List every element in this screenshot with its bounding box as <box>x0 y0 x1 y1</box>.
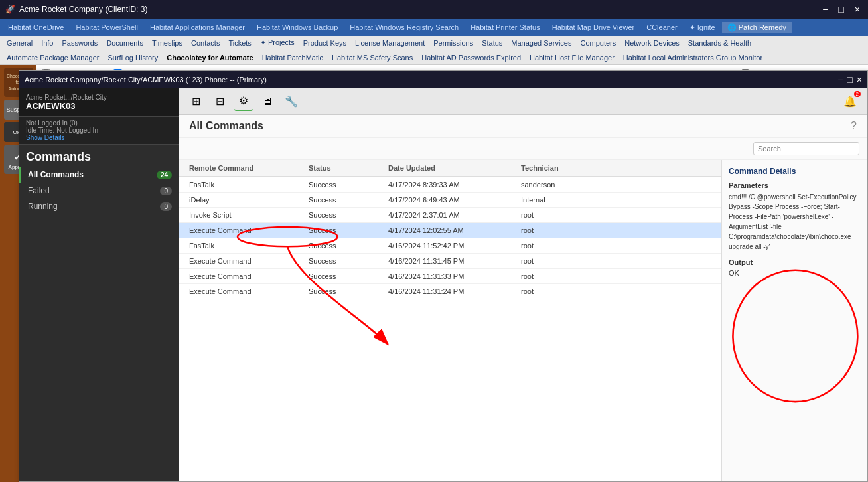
nav-tab-ms-safety[interactable]: Habitat MS Safety Scans <box>328 52 417 63</box>
command-row[interactable]: Execute Command Success 4/16/2024 11:31:… <box>179 284 721 299</box>
nav-all-commands[interactable]: All Commands 24 <box>19 167 179 183</box>
dialog-toolbar: ⊞ ⊟ ⚙ 🖥 🔧 🔔 2 <box>179 88 867 115</box>
cmd-technician: root <box>521 242 601 250</box>
command-row[interactable]: iDelay Success 4/17/2024 6:49:43 AM Inte… <box>179 193 721 208</box>
nav-tab-general[interactable]: General <box>3 38 36 48</box>
nav-tab-product-keys[interactable]: Product Keys <box>299 38 350 48</box>
commands-header: Commands <box>19 145 179 167</box>
monitor-icon: 🖥 <box>262 96 273 108</box>
maximize-button[interactable]: □ <box>835 4 846 15</box>
nav-tab-documents[interactable]: Documents <box>102 38 147 48</box>
bell-button[interactable]: 🔔 2 <box>841 92 859 111</box>
help-icon[interactable]: ? <box>851 120 857 132</box>
command-row[interactable]: FasTalk Success 4/16/2024 11:52:42 PM ro… <box>179 238 721 254</box>
command-row[interactable]: Execute Command Success 4/16/2024 11:31:… <box>179 254 721 269</box>
parameters-label: Parameters <box>729 181 861 189</box>
cmd-date: 4/17/2024 2:37:01 AM <box>388 211 521 219</box>
cmd-status: Success <box>309 287 388 295</box>
nav-failed[interactable]: Failed 0 <box>19 183 179 199</box>
content-title: All Commands <box>189 120 263 132</box>
cmd-date: 4/16/2024 11:31:33 PM <box>388 272 521 280</box>
nav-tab-patchmatic[interactable]: Habitat PatchMatic <box>258 52 327 63</box>
grid-small-icon: ⊞ <box>192 95 200 108</box>
nav-tab-managed-services[interactable]: Managed Services <box>507 38 575 48</box>
command-row[interactable]: Execute Command Success 4/16/2024 11:31:… <box>179 269 721 284</box>
nav-tab-patch-remedy[interactable]: 🌐 Patch Remedy <box>722 22 792 33</box>
nav-tab-habitat-powershell[interactable]: Habitat PowerShell <box>70 22 143 33</box>
main-content: ChocolateyforAutomate Suspend OFF ✓ Appr… <box>0 65 868 482</box>
cmd-name: Execute Command <box>189 272 309 280</box>
nav-tab-automate-package[interactable]: Automate Package Manager <box>3 52 103 63</box>
nav-tab-habitat-printer[interactable]: Habitat Printer Status <box>465 22 545 33</box>
nav-running[interactable]: Running 0 <box>19 199 179 214</box>
dialog-restore[interactable]: □ <box>847 74 852 85</box>
nav-tab-passwords[interactable]: Passwords <box>58 38 102 48</box>
commands-section: Remote Command Status Date Updated Techn… <box>179 160 867 481</box>
bell-icon: 🔔 <box>843 95 857 108</box>
cmd-status: Success <box>309 272 388 280</box>
nav-tab-computers[interactable]: Computers <box>576 38 620 48</box>
nav-tab-timeslips[interactable]: Timeslips <box>148 38 186 48</box>
cmd-technician: root <box>521 287 601 295</box>
status-bar: Not Logged In (0) Idle Time: Not Logged … <box>19 117 179 145</box>
nav-tab-status[interactable]: Status <box>478 38 506 48</box>
dialog-left-nav: Acme Rocket.../Rocket City ACMEWK03 Not … <box>19 88 179 481</box>
dialog-minimize[interactable]: − <box>837 74 843 85</box>
nav-label-all-commands: All Commands <box>28 170 84 179</box>
nav-tab-local-admins[interactable]: Habitat Local Administrators Group Monit… <box>619 52 766 63</box>
nav-tab-host-file[interactable]: Habitat Host File Manager <box>526 52 618 63</box>
nav-tab-ccleaner[interactable]: CCleaner <box>641 22 682 33</box>
dialog-close[interactable]: × <box>857 74 862 85</box>
nav-tab-contacts[interactable]: Contacts <box>187 38 224 48</box>
nav-tab-projects[interactable]: ✦ Projects <box>256 37 299 48</box>
command-row-selected[interactable]: Execute Command Success 4/17/2024 12:02:… <box>179 223 721 238</box>
cmd-date: 4/16/2024 11:31:24 PM <box>388 287 521 295</box>
cmd-name: FasTalk <box>189 242 309 250</box>
nav-tab-license[interactable]: License Management <box>351 38 429 48</box>
nav-tab-tickets[interactable]: Tickets <box>224 38 255 48</box>
nav-tab-standards-health[interactable]: Standards & Health <box>684 38 755 48</box>
cmd-status: Success <box>309 211 388 219</box>
nav-tab-chocolatey[interactable]: Chocolatey for Automate <box>163 52 257 63</box>
col-remote-command: Remote Command <box>189 163 309 173</box>
commands-list: Remote Command Status Date Updated Techn… <box>179 160 721 481</box>
idle-time: Idle Time: Not Logged In <box>26 127 172 134</box>
grid-small-button[interactable]: ⊞ <box>186 92 205 111</box>
command-details-title: Command Details <box>729 167 861 176</box>
tools-button[interactable]: 🔧 <box>282 92 301 111</box>
nav-tab-habitat-applications[interactable]: Habitat Applications Manager <box>145 22 250 33</box>
command-row[interactable]: FasTalk Success 4/17/2024 8:39:33 AM san… <box>179 177 721 193</box>
show-details[interactable]: Show Details <box>26 134 172 141</box>
output-value: OK <box>729 269 861 277</box>
search-box <box>179 138 867 160</box>
gear-button[interactable]: ⚙ <box>234 92 253 111</box>
monitor-button[interactable]: 🖥 <box>258 92 277 111</box>
nav-tab-habitat-onedrive[interactable]: Habitat OneDrive <box>3 22 69 33</box>
agent-info: Acme Rocket.../Rocket City ACMEWK03 <box>19 88 179 117</box>
nav-label-running: Running <box>28 202 58 211</box>
cmd-status: Success <box>309 196 388 204</box>
nav-tab-info[interactable]: Info <box>37 38 57 48</box>
notification-badge: 2 <box>854 91 861 97</box>
app-icon: 🚀 <box>5 5 15 14</box>
nav-tab-ignite[interactable]: ✦ Ignite <box>684 22 721 33</box>
minimize-button[interactable]: − <box>820 4 830 15</box>
commands-table-header: Remote Command Status Date Updated Techn… <box>179 160 721 177</box>
nav-tab-permissions[interactable]: Permissions <box>429 38 477 48</box>
nav-row2: General Info Passwords Documents Timesli… <box>0 36 868 50</box>
cmd-status: Success <box>309 257 388 265</box>
cmd-technician: root <box>521 211 601 219</box>
command-row[interactable]: Invoke Script Success 4/17/2024 2:37:01 … <box>179 208 721 223</box>
nav-tab-ad-passwords[interactable]: Habitat AD Passwords Expired <box>417 52 525 63</box>
search-input[interactable] <box>753 142 859 155</box>
nav-tab-habitat-registry[interactable]: Habitat Windows Registry Search <box>344 22 464 33</box>
nav-tab-habitat-backup[interactable]: Habitat Windows Backup <box>252 22 343 33</box>
cmd-status: Success <box>309 226 388 234</box>
grid-large-button[interactable]: ⊟ <box>210 92 229 111</box>
nav-tab-habitat-map-drive[interactable]: Habitat Map Drive Viewer <box>547 22 640 33</box>
nav-tab-surflog[interactable]: SurfLog History <box>104 52 162 63</box>
dialog-window: Acme Rocket Company/Rocket City/ACMEWK03… <box>19 70 868 482</box>
nav-tab-network-devices[interactable]: Network Devices <box>620 38 684 48</box>
col-technician: Technician <box>521 163 601 173</box>
close-button[interactable]: × <box>852 4 863 15</box>
